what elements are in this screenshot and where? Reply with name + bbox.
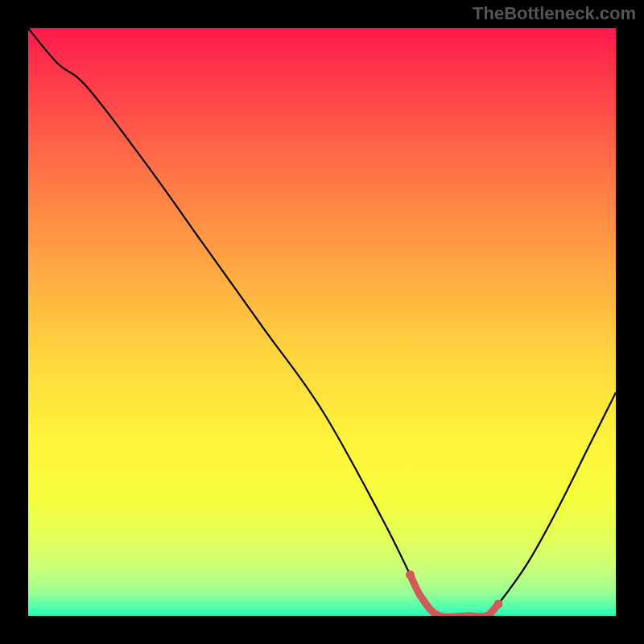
optimal-range-endpoint (406, 570, 415, 579)
watermark-text: TheBottleneck.com (473, 3, 636, 24)
chart-svg (28, 28, 616, 616)
optimal-range-endpoint (494, 600, 503, 609)
optimal-range-curve (411, 575, 499, 616)
bottleneck-curve (28, 28, 616, 616)
plot-area (28, 28, 616, 616)
